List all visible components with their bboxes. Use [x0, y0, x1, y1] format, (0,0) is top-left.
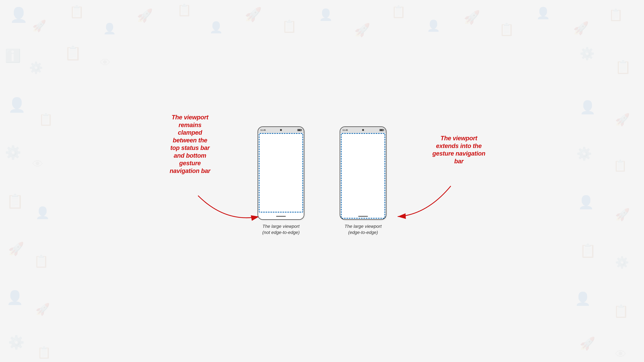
left-annotation-text4: between the — [173, 137, 207, 144]
left-annotation: The viewport remains clamped between the… — [145, 114, 235, 175]
battery-fill-left — [298, 129, 301, 131]
right-annotation-text4: bar — [454, 158, 464, 165]
left-annotation-text8: navigation bar — [170, 167, 210, 174]
phone-left-caption-line1: The large viewport — [262, 224, 300, 229]
left-arrow — [198, 196, 259, 218]
phone-left-caption: The large viewport (not edge-to-edge) — [262, 223, 300, 236]
left-annotation-text7: gesture — [179, 160, 201, 167]
phone-left-bottom-bar — [258, 213, 304, 219]
phone-left-gesture-handle — [276, 216, 286, 217]
phone-left-container: 11:45 The large viewport (not edge-t — [258, 126, 304, 236]
phone-left-time: 11:45 — [260, 129, 266, 131]
right-annotation: The viewport extends into the gesture na… — [416, 134, 502, 165]
right-arrow — [398, 186, 451, 217]
phone-right-time: 11:45 — [342, 129, 348, 131]
phone-left-status-bar: 11:45 — [258, 127, 304, 133]
main-content: The viewport remains clamped between the… — [0, 0, 644, 362]
phone-right-frame: 11:45 — [340, 126, 386, 220]
phone-right-viewport-border — [341, 133, 385, 219]
left-annotation-text2: remains — [178, 122, 202, 128]
phone-right-container: 11:45 The large viewport (edge-to-ed — [340, 126, 386, 236]
phone-left-viewport-border — [259, 133, 303, 213]
phone-left-camera — [280, 129, 282, 131]
phone-right-status-bar: 11:45 — [340, 127, 386, 133]
left-annotation-text6: and bottom — [174, 152, 206, 159]
phone-right-gesture-handle — [358, 216, 368, 217]
right-annotation-text3: gesture navigation — [432, 150, 486, 157]
phone-right-caption-line1: The large viewport — [344, 224, 382, 229]
battery-fill-right — [380, 129, 383, 131]
phone-left-frame: 11:45 — [258, 126, 304, 220]
phone-right-battery — [380, 129, 384, 131]
phones-comparison-row: The viewport remains clamped between the… — [258, 126, 386, 236]
phone-left-battery — [297, 129, 302, 131]
phone-left-caption-line2: (not edge-to-edge) — [262, 230, 300, 235]
right-annotation-text2: extends into the — [436, 143, 482, 149]
phone-right-bottom-bar — [340, 213, 386, 219]
left-annotation-text: The viewport — [172, 114, 208, 121]
left-annotation-text3: clamped — [178, 129, 202, 136]
phone-right-caption: The large viewport (edge-to-edge) — [344, 223, 382, 236]
phone-right-caption-line2: (edge-to-edge) — [348, 230, 378, 235]
right-annotation-text1: The viewport — [440, 135, 477, 142]
left-annotation-text5: top status bar — [170, 144, 210, 151]
phone-right-camera — [362, 129, 364, 131]
